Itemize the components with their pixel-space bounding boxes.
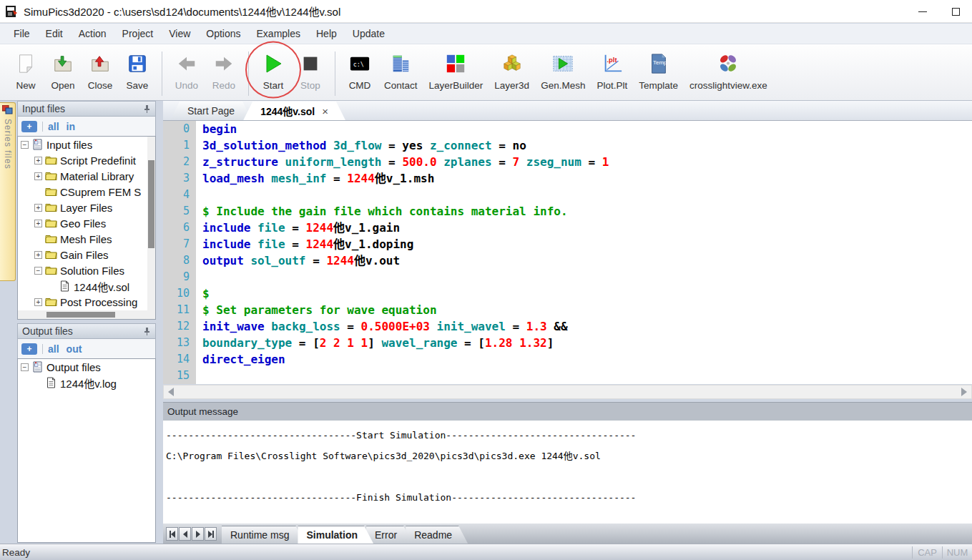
tree-item-1244他v-sol[interactable]: 1244他v.sol <box>18 278 155 294</box>
toolbar-start-button[interactable]: Start <box>255 50 292 92</box>
plus-toggle-icon[interactable]: + <box>34 220 42 227</box>
last-tab-button[interactable] <box>205 527 217 541</box>
plus-toggle-icon[interactable]: + <box>34 298 42 306</box>
plus-toggle-icon[interactable]: + <box>34 172 42 180</box>
tree-item-material-library[interactable]: +Material Library <box>18 168 155 184</box>
scroll-left-icon[interactable] <box>168 388 174 396</box>
tree-item-output-files[interactable]: −Output files <box>18 359 155 375</box>
toolbar-open-button[interactable]: Open <box>44 50 82 92</box>
tree-item-input-files[interactable]: −Input files <box>18 137 155 152</box>
plus-toggle-icon[interactable]: + <box>34 251 42 259</box>
code-text: include file = 1244他v_1.gain <box>196 220 400 236</box>
toolbar-contact-button[interactable]: Contact <box>378 50 423 92</box>
editor-tab-1244他v-sol[interactable]: 1244他v.sol× <box>243 102 345 120</box>
input-tree-vscrollbar[interactable] <box>147 137 155 319</box>
code-line: 8output sol_outf = 1244他v.out <box>163 252 972 269</box>
menu-options[interactable]: Options <box>198 25 248 42</box>
toolbar-layer3d-button[interactable]: Layer3d <box>489 50 535 92</box>
toolbar-layerbuilder-button[interactable]: LayerBuilder <box>423 50 489 92</box>
line-number: 15 <box>163 368 196 384</box>
svg-text:c:\: c:\ <box>353 61 364 68</box>
maximize-button[interactable] <box>939 0 972 23</box>
code-line: 4 <box>163 187 972 203</box>
toolbar-undo-button[interactable]: Undo <box>168 50 205 92</box>
folder-icon <box>45 249 57 260</box>
tree-item-post-processing[interactable]: +Post Processing <box>18 294 155 310</box>
editor-region: Start Page1244他v.sol× 0begin13d_solution… <box>163 101 972 402</box>
filter-out[interactable]: out <box>67 343 82 355</box>
input-tree-hscrollbar[interactable] <box>18 310 155 319</box>
toolbar-plot-plt-button[interactable]: .pltPlot.Plt <box>591 50 633 92</box>
menu-edit[interactable]: Edit <box>38 25 71 42</box>
menu-update[interactable]: Update <box>345 25 393 42</box>
close-tab-icon[interactable]: × <box>322 105 328 117</box>
first-tab-button[interactable] <box>166 527 178 541</box>
toolbar-cmd-button[interactable]: c:\CMD <box>341 50 378 92</box>
toolbar-template-button[interactable]: TempTemplate <box>633 50 684 92</box>
toolbar-label: Plot.Plt <box>597 80 627 91</box>
sidebar: Series files Input files + all in −Input… <box>0 101 163 544</box>
output-tab-runtime-msg[interactable]: Runtime msg <box>222 526 305 544</box>
plus-toggle-icon[interactable]: + <box>34 157 42 164</box>
minus-toggle-icon[interactable]: − <box>21 363 29 371</box>
tree-item-layer-files[interactable]: +Layer Files <box>18 200 155 215</box>
line-number: 6 <box>163 220 196 236</box>
code-editor[interactable]: 0begin13d_solution_method 3d_flow = yes … <box>163 121 972 384</box>
start-play-icon <box>261 51 285 76</box>
plus-toggle-icon[interactable]: + <box>34 204 42 212</box>
output-tab-simulation[interactable]: Simulation <box>298 526 373 544</box>
output-message-title: Output message <box>167 406 238 417</box>
editor-tab-start-page[interactable]: Start Page <box>170 102 252 120</box>
tree-item-script-predefinit[interactable]: +Script Predefinit <box>18 152 155 168</box>
tree-item-gain-files[interactable]: +Gain Files <box>18 247 155 262</box>
tree-item-label: Solution Files <box>60 265 124 277</box>
add-folder-button[interactable]: + <box>21 343 37 355</box>
menu-view[interactable]: View <box>161 25 198 42</box>
output-message-body[interactable]: ----------------------------------Start … <box>163 421 972 524</box>
menu-file[interactable]: File <box>6 25 38 42</box>
toolbar-close-button[interactable]: Close <box>82 50 119 92</box>
output-tab-readme[interactable]: Readme <box>406 526 468 544</box>
minimize-button[interactable] <box>906 0 939 23</box>
folder-icon <box>45 233 57 245</box>
save-icon <box>125 51 149 76</box>
series-files-tab[interactable]: Series files <box>0 102 16 281</box>
minus-toggle-icon[interactable]: − <box>34 267 42 275</box>
toolbar-label: Close <box>88 80 113 91</box>
minus-toggle-icon[interactable]: − <box>21 141 29 149</box>
toolbar-new-button[interactable]: New <box>7 50 44 92</box>
tree-item-mesh-files[interactable]: Mesh Files <box>18 231 155 247</box>
filter-all-input[interactable]: all <box>48 121 59 132</box>
line-number: 1 <box>163 137 196 154</box>
filter-in[interactable]: in <box>67 121 75 132</box>
menu-bar: FileEditActionProjectViewOptionsExamples… <box>0 24 972 44</box>
add-folder-button[interactable]: + <box>21 121 37 132</box>
toolbar-redo-button[interactable]: Redo <box>205 50 242 92</box>
prev-tab-button[interactable] <box>179 527 191 541</box>
editor-hscrollbar[interactable] <box>163 385 972 399</box>
tree-item-solution-files[interactable]: −Solution Files <box>18 262 155 278</box>
menu-project[interactable]: Project <box>114 25 162 42</box>
toolbar-stop-button[interactable]: Stop <box>292 50 329 92</box>
output-message-header: Output message <box>163 402 972 421</box>
tree-item-csuprem-fem-s[interactable]: CSuprem FEM S <box>18 184 155 200</box>
tree-item-1244他v-log[interactable]: 1244他v.log <box>18 375 155 390</box>
scroll-right-icon[interactable] <box>961 388 967 396</box>
toolbar-save-button[interactable]: Save <box>119 50 156 92</box>
tree-item-label: Layer Files <box>60 202 112 214</box>
toolbar-label: Open <box>51 80 74 91</box>
status-text: Ready <box>0 547 912 558</box>
menu-examples[interactable]: Examples <box>249 25 308 42</box>
toolbar-gen-mesh-button[interactable]: Gen.Mesh <box>535 50 591 92</box>
minimize-icon <box>918 11 927 12</box>
tree-item-geo-files[interactable]: +Geo Files <box>18 215 155 231</box>
next-tab-button[interactable] <box>192 527 204 541</box>
pin-icon[interactable] <box>143 327 151 335</box>
menu-help[interactable]: Help <box>308 25 345 42</box>
tree-item-label: Gain Files <box>60 249 109 261</box>
toolbar-crosslightview-exe-button[interactable]: crosslightview.exe <box>684 50 773 92</box>
menu-action[interactable]: Action <box>71 25 114 42</box>
pin-icon[interactable] <box>143 104 151 113</box>
toolbar-separator <box>248 51 249 96</box>
filter-all-output[interactable]: all <box>48 343 59 355</box>
